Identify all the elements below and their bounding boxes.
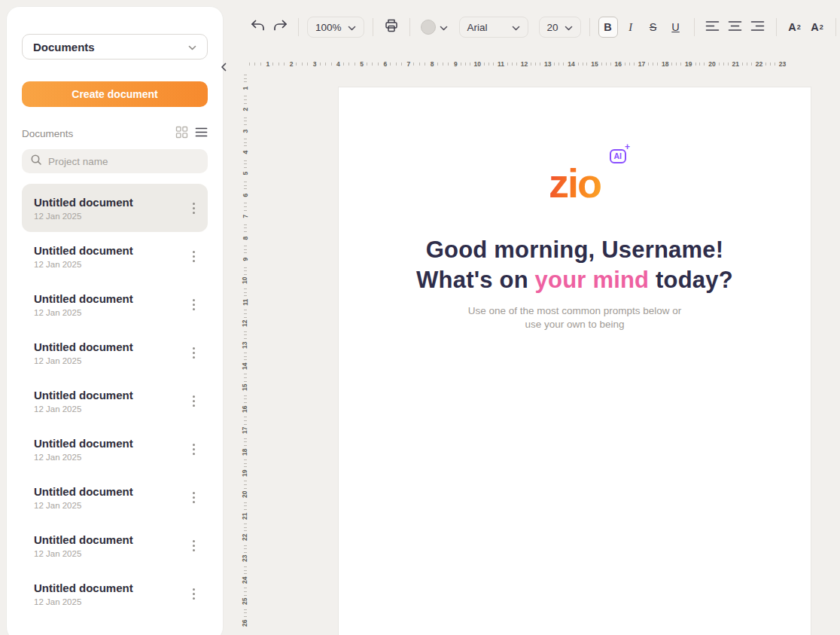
document-menu-button[interactable] — [187, 535, 200, 556]
ruler-mark: 22 — [741, 60, 764, 69]
document-date: 12 Jan 2025 — [34, 501, 133, 510]
document-title: Untitled document — [34, 244, 133, 257]
document-menu-button[interactable] — [187, 246, 200, 267]
align-center-button[interactable] — [726, 17, 745, 38]
horizontal-ruler[interactable]: 1234567891011121314151617181920212223 — [248, 60, 840, 69]
document-list-item[interactable]: Untitled document 12 Jan 2025 — [22, 184, 208, 232]
print-icon — [384, 18, 399, 36]
ruler-mark: 15 — [577, 60, 600, 69]
grid-view-icon[interactable] — [175, 126, 188, 142]
document-title: Untitled document — [34, 437, 133, 450]
document-list-item[interactable]: Untitled document 12 Jan 2025 — [22, 377, 208, 425]
ruler-mark: 21 — [717, 60, 741, 69]
document-date: 12 Jan 2025 — [34, 405, 133, 414]
document-title: Untitled document — [34, 340, 133, 353]
chevron-down-icon — [512, 22, 520, 33]
document-list-item[interactable]: Untitled document 12 Jan 2025 — [22, 328, 208, 377]
ruler-mark: 7 — [241, 200, 250, 221]
ruler-mark: 5 — [342, 60, 365, 69]
redo-button[interactable] — [270, 17, 290, 38]
ruler-mark: 17 — [623, 60, 647, 69]
document-title: Untitled document — [34, 533, 133, 546]
zoom-value: 100% — [315, 22, 342, 33]
font-family-select[interactable]: Arial — [459, 17, 528, 38]
ruler-mark: 2 — [241, 93, 250, 114]
toolbar-divider — [373, 18, 373, 36]
align-left-button[interactable] — [703, 17, 723, 38]
ruler-mark: 2 — [271, 60, 294, 69]
ruler-mark: 8 — [412, 60, 435, 69]
ruler-mark: 3 — [294, 60, 318, 69]
document-list-item[interactable]: Untitled document 12 Jan 2025 — [22, 473, 208, 521]
subscript-button[interactable]: A2 — [808, 17, 827, 38]
document-menu-button[interactable] — [187, 390, 200, 411]
ruler-mark: 11 — [241, 286, 250, 307]
document-list-item[interactable]: Untitled document 12 Jan 2025 — [22, 232, 208, 280]
chevron-down-icon — [440, 20, 448, 34]
undo-button[interactable] — [248, 17, 267, 38]
zoom-select[interactable]: 100% — [307, 17, 364, 38]
list-view-icon[interactable] — [195, 127, 208, 141]
chevron-down-icon — [565, 22, 573, 33]
ruler-mark: 1 — [248, 60, 271, 69]
ruler-mark: 3 — [241, 115, 250, 136]
toolbar-divider — [409, 18, 410, 36]
toolbar-divider — [298, 18, 299, 36]
document-page[interactable]: zio AI + Good morning, Username! What's … — [338, 87, 811, 635]
documents-section-label: Documents — [22, 128, 73, 139]
ruler-mark: 20 — [694, 60, 717, 69]
document-menu-button[interactable] — [187, 583, 200, 604]
search-input[interactable] — [48, 156, 199, 167]
print-button[interactable] — [382, 17, 401, 38]
ruler-mark: 6 — [365, 60, 388, 69]
document-title: Untitled document — [34, 196, 133, 209]
document-menu-button[interactable] — [187, 438, 200, 459]
ruler-mark: 19 — [670, 60, 693, 69]
document-list-item[interactable]: Untitled document 12 Jan 2025 — [22, 569, 208, 618]
underline-button[interactable]: U — [666, 17, 686, 38]
text-color-button[interactable] — [418, 17, 450, 38]
collapse-sidebar-button[interactable] — [217, 59, 230, 77]
ruler-mark: 9 — [241, 243, 250, 264]
ruler-mark: 10 — [459, 60, 482, 69]
greeting-line2-post: today? — [649, 267, 733, 293]
document-list-item[interactable]: Untitled document 12 Jan 2025 — [22, 280, 208, 328]
greeting-line2-pre: What's on — [416, 267, 534, 293]
document-list-item[interactable]: Untitled document 12 Jan 2025 — [22, 425, 208, 473]
workspace-selector[interactable]: Documents — [22, 34, 208, 60]
document-menu-button[interactable] — [187, 342, 200, 363]
document-date: 12 Jan 2025 — [34, 453, 133, 462]
ruler-mark: 12 — [506, 60, 529, 69]
document-date: 12 Jan 2025 — [34, 308, 133, 317]
ruler-mark: 23 — [764, 60, 787, 69]
document-menu-button[interactable] — [187, 197, 200, 218]
document-list-item[interactable]: Untitled document 12 Jan 2025 — [22, 521, 208, 569]
ruler-mark: 13 — [241, 329, 250, 350]
font-size-select[interactable]: 20 — [539, 17, 581, 38]
ruler-mark: 14 — [241, 350, 250, 371]
toolbar-divider — [835, 18, 836, 36]
ruler-mark: 22 — [241, 521, 250, 542]
toolbar: 100% Arial 20 B I S U — [246, 11, 840, 44]
document-menu-button[interactable] — [187, 487, 200, 508]
document-menu-button[interactable] — [187, 294, 200, 315]
document-title: Untitled document — [34, 582, 133, 594]
ruler-mark: 23 — [241, 543, 250, 564]
chevron-down-icon — [188, 40, 196, 53]
align-right-button[interactable] — [748, 17, 768, 38]
ruler-mark: 13 — [529, 60, 552, 69]
ruler-mark: 24 — [241, 564, 250, 585]
create-document-button[interactable]: Create document — [22, 81, 208, 107]
zio-logo-text: zio — [549, 163, 601, 203]
ruler-mark: 4 — [318, 60, 342, 69]
vertical-ruler[interactable]: 1234567891011121314151617181920212223242… — [241, 72, 250, 635]
ruler-mark: 7 — [388, 60, 412, 69]
strikethrough-button[interactable]: S — [644, 17, 663, 38]
color-swatch — [421, 20, 436, 35]
document-date: 12 Jan 2025 — [34, 549, 133, 558]
superscript-button[interactable]: A2 — [785, 17, 805, 38]
search-box[interactable] — [22, 149, 208, 173]
bold-button[interactable]: B — [598, 17, 618, 38]
italic-button[interactable]: I — [621, 17, 641, 38]
ruler-mark: 18 — [647, 60, 670, 69]
